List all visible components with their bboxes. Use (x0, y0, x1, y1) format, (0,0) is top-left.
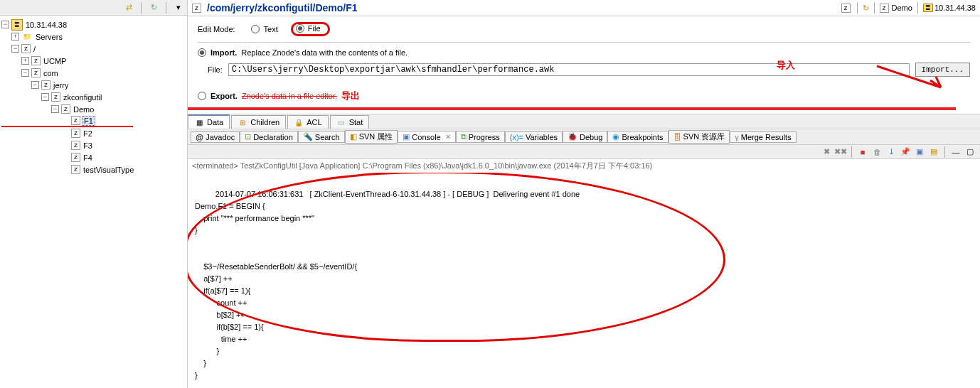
tree-testvisualtype[interactable]: Z testVisualType (1, 163, 186, 176)
annotation-circle: File (291, 22, 330, 36)
tree-ucmp[interactable]: + Z UCMP (1, 55, 186, 67)
text-label: Text (264, 25, 278, 33)
view-javadoc[interactable]: @Javadoc (191, 131, 240, 143)
znode-icon[interactable]: Z (841, 4, 851, 13)
remove-launch-icon[interactable]: ✖ (821, 146, 832, 158)
znode-icon: Z (31, 68, 41, 77)
expand-icon[interactable]: + (11, 33, 19, 41)
tree-label: F3 (82, 141, 94, 150)
console-output[interactable]: 2014-07-07 16:06:31:631 [ ZkClient-Event… (188, 173, 980, 388)
znode-icon: Z (61, 104, 70, 114)
console-toolbar: ✖ ✖✖ ■ 🗑 ⤓ 📌 ▣ ▤ — ▢ (188, 145, 980, 159)
stat-icon: ▭ (336, 117, 346, 127)
tree-label: jerry (52, 81, 70, 90)
view-label: Console (412, 133, 440, 141)
tree-demo[interactable]: − Z Demo (1, 103, 186, 115)
svn-repo-icon: 🗄 (673, 133, 681, 141)
radio-import[interactable] (198, 48, 206, 57)
server-link[interactable]: ≣ 10.31.44.38 (923, 4, 976, 12)
view-svn-prop[interactable]: ◧SVN 属性 (345, 130, 398, 144)
view-svn-repo[interactable]: 🗄SVN 资源库 (669, 130, 730, 144)
view-progress[interactable]: ⧉Progress (456, 131, 505, 143)
progress-icon: ⧉ (461, 132, 467, 141)
scroll-lock-icon[interactable]: ⤓ (885, 146, 897, 158)
debug-icon: 🐞 (568, 132, 577, 141)
annotation-text-import: 导入 (777, 59, 795, 72)
maximize-icon[interactable]: ▢ (964, 146, 976, 158)
tree-f2[interactable]: Z F2 (1, 127, 186, 139)
console-icon: ▣ (403, 132, 410, 141)
demo-label: Demo (892, 4, 912, 12)
tree-zkconfigutil[interactable]: − Z zkconfigutil (1, 91, 186, 103)
pin-icon[interactable]: 📌 (900, 146, 911, 158)
variables-icon: (x)= (510, 133, 523, 141)
tree-f3[interactable]: Z F3 (1, 139, 186, 151)
tree-f4[interactable]: Z F4 (1, 151, 186, 163)
link-icon[interactable]: ⇄ (123, 2, 134, 14)
tree-view: − ≣ 10.31.44.38 + 📁 Servers − Z / + Z UC… (0, 16, 187, 388)
display-icon[interactable]: ▣ (914, 146, 925, 158)
tab-children[interactable]: ⊞Children (231, 115, 286, 129)
view-merge[interactable]: γMerge Results (730, 131, 796, 143)
close-icon[interactable]: ✕ (445, 133, 451, 141)
tree-f1[interactable]: Z F1 (1, 115, 133, 127)
view-variables[interactable]: (x)=Variables (505, 131, 563, 143)
view-label: Search (315, 133, 340, 141)
znode-icon: Z (71, 116, 80, 125)
refresh-icon[interactable]: ↻ (148, 2, 159, 14)
view-declaration[interactable]: ⊡Declaration (240, 131, 298, 143)
radio-export[interactable] (198, 92, 206, 100)
children-icon: ⊞ (238, 117, 247, 127)
import-desc: Replace Znode's data with the contents o… (241, 48, 408, 57)
znode-icon: Z (71, 141, 80, 150)
tree-label: Servers (34, 33, 64, 41)
tab-stat[interactable]: ▭Stat (330, 115, 370, 129)
breadcrumb-path: /com/jerry/zkconfigutil/Demo/F1 (207, 2, 837, 14)
open-console-icon[interactable]: ▤ (928, 146, 939, 158)
refresh-icon[interactable]: ↻ (863, 4, 869, 13)
tab-data[interactable]: ▦Data (188, 114, 230, 129)
export-desc: Znode's data in a file editor. (242, 92, 337, 100)
tree-com[interactable]: − Z com (1, 67, 186, 79)
view-breakpoints[interactable]: ◉Breakpoints (607, 131, 668, 143)
view-search[interactable]: 🔦Search (298, 131, 345, 143)
file-path-input[interactable] (228, 63, 910, 76)
terminate-icon[interactable]: ■ (857, 146, 868, 158)
expand-icon[interactable]: + (21, 57, 29, 65)
demo-link[interactable]: ZDemo (880, 4, 912, 13)
collapse-icon[interactable]: − (11, 45, 19, 53)
tree-label: Demo (72, 105, 95, 114)
clear-icon[interactable]: 🗑 (871, 146, 883, 158)
radio-file[interactable] (296, 24, 304, 33)
tree-root[interactable]: − ≣ 10.31.44.38 (1, 18, 186, 31)
data-tabs: ▦Data ⊞Children 🔒ACL ▭Stat (188, 114, 980, 129)
editor-body: Edit Mode: Text File Import. Replace Zno… (188, 16, 980, 114)
znode-icon: Z (71, 165, 80, 174)
menu-icon[interactable]: ▾ (173, 2, 184, 14)
znode-icon: Z (41, 80, 50, 90)
tree-servers[interactable]: + 📁 Servers (1, 31, 186, 43)
radio-text[interactable] (251, 25, 260, 33)
view-debug[interactable]: 🐞Debug (563, 131, 607, 143)
view-console[interactable]: ▣Console✕ (398, 131, 455, 143)
znode-icon: Z (192, 4, 201, 13)
collapse-icon[interactable]: − (51, 105, 59, 113)
tree-jerry[interactable]: − Z jerry (1, 79, 186, 91)
collapse-icon[interactable]: − (41, 93, 49, 101)
collapse-icon[interactable]: − (31, 81, 39, 89)
collapse-icon[interactable]: − (21, 69, 29, 77)
svn-icon: ◧ (350, 132, 357, 141)
ip-label: 10.31.44.38 (934, 4, 976, 12)
tree-label: / (32, 45, 37, 53)
remove-all-icon[interactable]: ✖✖ (835, 146, 846, 158)
minimize-icon[interactable]: — (950, 146, 962, 158)
tree-slash[interactable]: − Z / (1, 43, 186, 55)
tab-acl[interactable]: 🔒ACL (287, 115, 328, 129)
import-label: Import. (211, 48, 237, 57)
collapse-icon[interactable]: − (1, 21, 9, 28)
annotation-arrow (873, 63, 952, 95)
breakpoints-icon: ◉ (612, 132, 619, 141)
explorer-toolbar: ⇄ ↻ ▾ (0, 0, 187, 16)
tree-label: com (42, 69, 60, 77)
server-icon: ≣ (11, 19, 23, 31)
